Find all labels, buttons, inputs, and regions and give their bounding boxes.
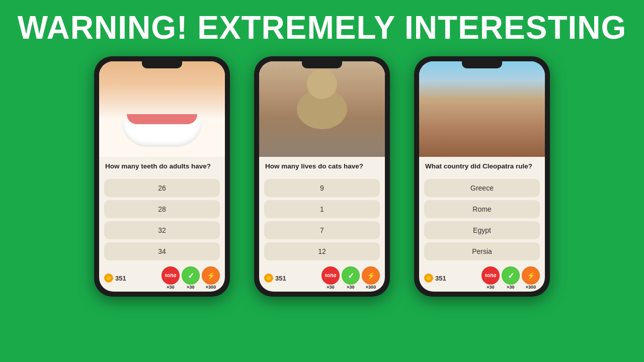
phone-notch-2 — [302, 61, 342, 68]
phone-3-score: 351 — [424, 274, 446, 283]
phone-3-pu-5050: 50/50 ×30 — [481, 266, 500, 290]
phone-1-pu-skip: ⚡ ×300 — [202, 266, 220, 290]
phone-2-answer-3[interactable]: 12 — [264, 242, 380, 260]
phone-2-powerups: 50/50 ×30 ✓ ×30 ⚡ ×300 — [321, 266, 380, 290]
phone-3-footer: 351 50/50 ×30 ✓ ×30 — [419, 263, 545, 292]
phone-notch-3 — [462, 61, 502, 68]
page-title: WARNING! EXTREMELY INTERESTING — [0, 0, 644, 51]
coin-icon-2 — [264, 274, 273, 283]
phone-1-question: How many teeth do adults have? — [99, 157, 225, 179]
phone-1-image — [99, 61, 225, 157]
phone-1-pu-5050: 50/50 ×30 — [162, 266, 180, 290]
phone-2-answers: 9 1 7 12 — [259, 179, 385, 263]
phone-3-powerups: 50/50 ×30 ✓ ×30 ⚡ ×300 — [481, 266, 540, 290]
phone-3-answers: Greece Rome Egypt Persia — [419, 179, 545, 263]
phone-3: What country did Cleopatra rule? Greece … — [414, 56, 550, 297]
phone-1-answer-3[interactable]: 34 — [104, 242, 220, 260]
phone-2-pu-5050: 50/50 ×30 — [321, 266, 340, 290]
phone-3-answer-1[interactable]: Rome — [424, 200, 540, 218]
phone-2-pu-skip: ⚡ ×300 — [362, 266, 380, 290]
phone-2: How many lives do cats have? 9 1 7 12 35… — [254, 56, 390, 297]
phone-1-pu-check: ✓ ×30 — [182, 266, 200, 290]
svg-point-3 — [267, 276, 271, 280]
coin-icon-3 — [424, 274, 433, 283]
phone-2-answer-0[interactable]: 9 — [264, 179, 380, 197]
phone-2-score: 351 — [264, 274, 286, 283]
phone-1-answer-1[interactable]: 28 — [104, 200, 220, 218]
phone-1-score: 351 — [104, 274, 126, 283]
phone-1-powerups: 50/50 ×30 ✓ ×30 ⚡ ×300 — [162, 266, 220, 290]
phone-2-question: How many lives do cats have? — [259, 157, 385, 179]
phone-1-footer: 351 50/50 ×30 ✓ ×30 — [99, 263, 225, 292]
phone-1: How many teeth do adults have? 26 28 32 … — [94, 56, 230, 297]
phone-screen-3: What country did Cleopatra rule? Greece … — [419, 61, 545, 292]
coin-icon-1 — [104, 274, 113, 283]
phone-3-question: What country did Cleopatra rule? — [419, 157, 545, 179]
phone-1-answer-2[interactable]: 32 — [104, 221, 220, 239]
phone-3-image — [419, 61, 545, 157]
phone-2-answer-1[interactable]: 1 — [264, 200, 380, 218]
phone-3-pu-check: ✓ ×30 — [502, 266, 520, 290]
svg-point-5 — [427, 276, 431, 280]
phone-1-answer-0[interactable]: 26 — [104, 179, 220, 197]
phone-3-answer-2[interactable]: Egypt — [424, 221, 540, 239]
phone-3-answer-3[interactable]: Persia — [424, 242, 540, 260]
phone-3-pu-skip: ⚡ ×300 — [522, 266, 540, 290]
phone-2-image — [259, 61, 385, 157]
phone-3-answer-0[interactable]: Greece — [424, 179, 540, 197]
phone-2-footer: 351 50/50 ×30 ✓ ×30 — [259, 263, 385, 292]
phone-screen-1: How many teeth do adults have? 26 28 32 … — [99, 61, 225, 292]
phone-notch-1 — [142, 61, 182, 68]
phone-2-answer-2[interactable]: 7 — [264, 221, 380, 239]
phone-1-answers: 26 28 32 34 — [99, 179, 225, 263]
svg-point-1 — [107, 276, 111, 280]
phone-2-pu-check: ✓ ×30 — [342, 266, 360, 290]
phone-screen-2: How many lives do cats have? 9 1 7 12 35… — [259, 61, 385, 292]
phones-container: How many teeth do adults have? 26 28 32 … — [0, 51, 644, 297]
